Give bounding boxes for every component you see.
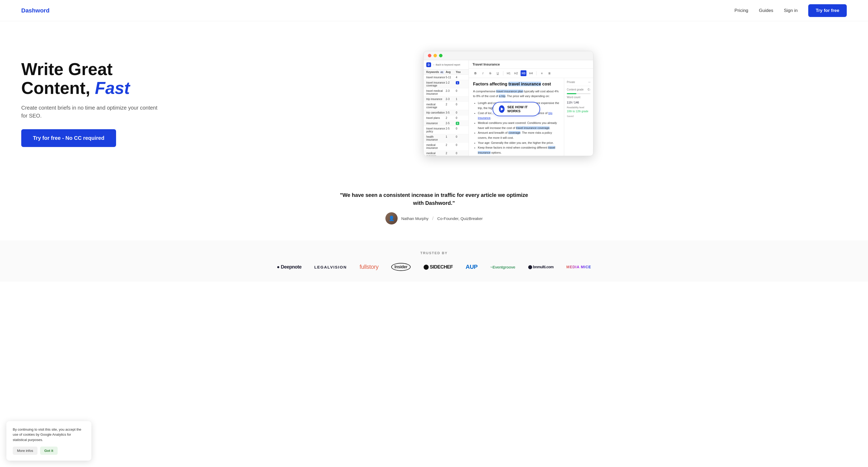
readability-label: Readability level (567, 106, 590, 109)
hero-subtext: Create content briefs in no time and opt… (21, 104, 159, 120)
kw-columns: Keywords 41 Avg You (424, 69, 468, 75)
toolbar-italic[interactable]: I (480, 70, 486, 76)
trusted-label: TRUSTED BY (21, 251, 847, 255)
editor-right-sidebar: Private ··· Content grade C- (564, 78, 593, 156)
nav-link-pricing[interactable]: Pricing (735, 8, 748, 13)
editor-list-item: Amount and breadth of coverage: The more… (478, 130, 560, 140)
logo-deepnote: ● Deepnote (277, 264, 302, 270)
logo-insider: Insider (391, 263, 411, 271)
content-grade-label: Content grade (567, 88, 584, 91)
word-count-values: 119 / 146 (567, 101, 590, 104)
kw-panel-header: D ← Back to keyword report (424, 60, 468, 69)
app-screenshot: D ← Back to keyword report Keywords 41 A… (423, 51, 593, 156)
private-row: Private ··· (567, 81, 590, 84)
kw-row: trip insurance2-31 (424, 97, 468, 102)
nav-logo[interactable]: Dashword (21, 7, 50, 14)
navbar: Dashword Pricing Guides Sign in Try for … (0, 0, 868, 21)
app-body: D ← Back to keyword report Keywords 41 A… (424, 60, 593, 156)
titlebar-minimize[interactable] (433, 54, 437, 57)
trusted-logos: ● Deepnote LEGALVISION fullstory Insider… (21, 263, 847, 271)
kw-row: health insurance10 (424, 134, 468, 142)
nav-cta-button[interactable]: Try for free (808, 4, 847, 17)
kw-row: travel medical insurance2-30 (424, 88, 468, 97)
private-dots[interactable]: ··· (588, 81, 590, 84)
titlebar-maximize[interactable] (439, 54, 442, 57)
editor-topbar: Travel Insurance (469, 60, 593, 69)
col-avg: Avg (446, 71, 456, 73)
kw-row: travel insurance policy2-50 (424, 126, 468, 134)
play-icon (499, 105, 505, 113)
see-how-label: SEE HOW IT WORKS (507, 105, 534, 113)
author-role: Co-Founder, QuizBreaker (437, 216, 483, 221)
testimonial-section: "We have seen a consistent increase in t… (314, 180, 554, 240)
kw-row: travel insurance coverage1-21 (424, 80, 468, 88)
kw-row: travel insurance5-114 (424, 75, 468, 80)
titlebar-close[interactable] (428, 54, 431, 57)
word-count-label: Word count (567, 96, 580, 99)
toolbar-h1[interactable]: H1 (506, 70, 512, 76)
word-count-total: 146 (574, 101, 579, 104)
author-name: Nathan Murphy (401, 216, 429, 221)
see-how-it-works-button[interactable]: SEE HOW IT WORKS (493, 102, 540, 116)
toolbar-h2[interactable]: H2 (513, 70, 519, 76)
logo-sidechef: ⬤ SIDECHEF (423, 264, 453, 270)
logo-fullstory: fullstory (360, 264, 378, 270)
toolbar-underline[interactable]: U (495, 70, 501, 76)
hero-section: Write Great Content, Fast Create content… (0, 21, 868, 180)
app-titlebar (424, 51, 593, 60)
toolbar-strikethrough[interactable]: S (487, 70, 493, 76)
content-grade-row: Content grade C- (567, 88, 590, 91)
editor-content-area[interactable]: Factors affecting travel insurance cost … (469, 78, 564, 156)
toolbar-ol[interactable]: ≣ (546, 70, 552, 76)
testimonial-quote: "We have seen a consistent increase in t… (336, 191, 532, 207)
toolbar-separator (503, 71, 503, 75)
kw-row: medical coverage20 (424, 102, 468, 110)
editor-panel: Travel Insurance B I S U H1 H2 H3 H4 ≡ ≣ (469, 60, 593, 156)
editor-main: Factors affecting travel insurance cost … (469, 78, 593, 156)
saved-badge: Saved (567, 115, 590, 118)
logo-eventgroove: ~Eventgroove (490, 265, 515, 269)
grade-progress-bar (567, 93, 590, 94)
editor-list-item: Keep these factors in mind when consider… (478, 145, 560, 155)
toolbar-h3[interactable]: H3 (521, 70, 526, 76)
toolbar-bold[interactable]: B (472, 70, 478, 76)
keyword-panel: D ← Back to keyword report Keywords 41 A… (424, 60, 469, 156)
toolbar-ul[interactable]: ≡ (539, 70, 545, 76)
author-divider: / (432, 216, 433, 221)
private-label: Private (567, 81, 575, 84)
content-grade-value: C- (588, 88, 590, 91)
editor-toolbar: B I S U H1 H2 H3 H4 ≡ ≣ (469, 69, 593, 78)
nav-link-signin[interactable]: Sign in (784, 8, 798, 13)
toolbar-h4[interactable]: H4 (528, 70, 534, 76)
hero-cta-button[interactable]: Try for free - No CC required (21, 129, 116, 147)
nav-link-guides[interactable]: Guides (759, 8, 773, 13)
hero-left: Write Great Content, Fast Create content… (21, 60, 159, 147)
kw-row: medical expense coverage20 (424, 151, 468, 156)
hero-screenshot-container: D ← Back to keyword report Keywords 41 A… (170, 51, 847, 156)
hero-headline: Write Great Content, Fast (21, 60, 159, 97)
editor-list-item: Medical conditions you want covered: Con… (478, 121, 560, 130)
logo-legalvision: LEGALVISION (314, 265, 347, 269)
play-triangle (501, 107, 503, 111)
logo-bnmulti: ⬤ bnmulti.com (528, 265, 554, 269)
kw-row: trip cancellation3-50 (424, 110, 468, 115)
word-count-row: Word count (567, 96, 590, 99)
headline-fast: Fast (95, 78, 130, 98)
kw-row: travel plans20 (424, 115, 468, 121)
word-count-current: 119 (567, 101, 571, 104)
trusted-section: TRUSTED BY ● Deepnote LEGALVISION fullst… (0, 240, 868, 281)
nav-links: Pricing Guides Sign in Try for free (735, 4, 847, 17)
testimonial-author: 👤 Nathan Murphy / Co-Founder, QuizBreake… (336, 212, 532, 225)
kw-row: insurance2-55 (424, 121, 468, 126)
logo-aup: AUP (466, 264, 477, 270)
author-avatar: 👤 (385, 212, 398, 225)
editor-list-item: Your age: Generally the older you are, t… (478, 140, 560, 145)
grade-progress-fill (567, 93, 577, 94)
col-you: You (456, 71, 466, 73)
logo-media-mice: MEDIA MICE (566, 265, 591, 269)
readability-value: 10th to 12th grade (567, 110, 590, 113)
kw-row: medical insurance20 (424, 142, 468, 151)
toolbar-separator2 (536, 71, 536, 75)
kw-back-link[interactable]: ← Back to keyword report (433, 63, 460, 66)
editor-paragraph: A comprehensive travel insurance plan ty… (473, 89, 560, 98)
